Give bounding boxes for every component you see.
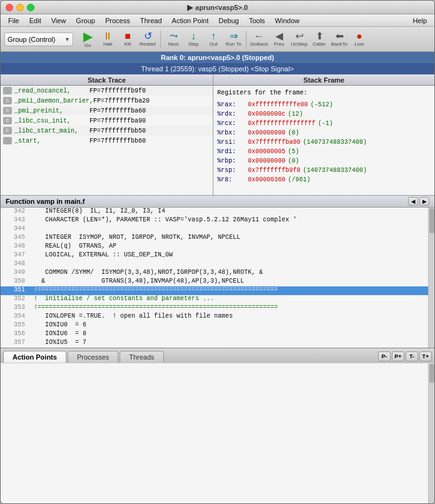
group-select-arrow: ▼ [64, 36, 70, 43]
caller-button[interactable]: ⬆ Caller [310, 31, 329, 47]
code-line: 357 IO%IU5 = 7 [1, 339, 428, 348]
title-icon: ▶ [187, 3, 193, 12]
stack-badge: c [3, 97, 12, 104]
prev-minus-button[interactable]: P- [378, 351, 391, 361]
halt-button[interactable]: ⏸ Halt [98, 31, 117, 47]
group-select[interactable]: Group (Control) ▼ [4, 33, 73, 46]
register-row: %rax: 0xfffffffffffe00 (-512) [217, 100, 431, 109]
menu-help[interactable]: Help [407, 16, 432, 26]
stack-fp: FP=7fffffffba90 [90, 118, 146, 124]
unstep-button[interactable]: ↩ UnStep [290, 31, 309, 47]
stack-badge: c [3, 117, 12, 124]
stack-fp: FP=7fffffffbb60 [90, 138, 146, 144]
stack-trace-row[interactable]: _start, FP=7fffffffbb60 [1, 136, 213, 146]
live-button[interactable]: ● Live [350, 31, 369, 47]
stack-func-name: _libc_start_main, [14, 128, 90, 134]
menu-file[interactable]: File [3, 16, 24, 26]
backto-button[interactable]: ⬅ BackTo [330, 31, 349, 47]
code-line: 342 INTEGER(8) IL, I1, I2_0, I3, I4 [1, 208, 428, 216]
menu-process[interactable]: Process [100, 16, 135, 26]
bottom-panel [1, 363, 434, 503]
main-window: ▶ aprun<vasp5>.0 File Edit View Group Pr… [0, 0, 435, 504]
register-row: %rdi: 0x00000005 (5) [217, 147, 431, 156]
stack-fp: FP=7fffffffbb50 [90, 128, 146, 134]
menu-view[interactable]: View [46, 16, 71, 26]
bottom-scrollbar[interactable] [428, 363, 434, 503]
register-row: %rdx: 0x0000000c (12) [217, 109, 431, 119]
window-title: ▶ aprun<vasp5>.0 [187, 3, 248, 12]
minimize-button[interactable] [16, 4, 24, 11]
code-panel[interactable]: 342 INTEGER(8) IL, I1, I2_0, I3, I4 343 … [1, 208, 434, 348]
stack-headers: Stack Trace Stack Frame [1, 74, 434, 86]
code-line: 350 & GTRANS(3,48),INVMAP(48),AP(3,3),NP… [1, 278, 428, 286]
menu-bar: File Edit View Group Process Thread Acti… [1, 14, 434, 27]
prev-button[interactable]: ◀ Prev [270, 31, 289, 47]
stack-fp: FP=7fffffffba60 [90, 108, 146, 114]
runto-button[interactable]: ⇒ Run To [224, 31, 243, 47]
tab-action-points[interactable]: Action Points [3, 351, 66, 363]
menu-group[interactable]: Group [71, 16, 100, 26]
tab-bar: Action Points Processes Threads P- P+ T-… [1, 348, 434, 363]
code-line: 344 [1, 225, 428, 234]
menu-window[interactable]: Window [270, 16, 304, 26]
maximize-button[interactable] [27, 4, 34, 11]
tabs-container: Action Points Processes Threads [3, 351, 165, 363]
code-scrollbar[interactable] [428, 208, 434, 348]
stack-trace-row[interactable]: c _pmii_daemon_barrier, FP=7fffffffba20 [1, 96, 213, 106]
goback-button[interactable]: ← GoBack [250, 31, 269, 47]
register-row: %rbx: 0x00000000 (0) [217, 128, 431, 138]
code-line: 355 IO%IU0 = 6 [1, 321, 428, 330]
stack-trace-row[interactable]: c _libc_csu_init, FP=7fffffffba90 [1, 116, 213, 126]
stack-func-name: _pmii_daemon_barrier, [14, 98, 93, 104]
code-line: 349 COMMON /SYMM/ ISYMOP(3,3,48),NROT,IG… [1, 269, 428, 278]
out-button[interactable]: ↑ Out [204, 31, 223, 47]
register-row: %rsp: 0x7fffffffb9f8 (140737488337400) [217, 166, 431, 175]
thread-minus-button[interactable]: T- [406, 351, 418, 361]
code-line: 356 IO%IU6 = 8 [1, 330, 428, 339]
stack-frame-header: Stack Frame [213, 74, 434, 85]
tab-threads[interactable]: Threads [120, 351, 163, 363]
stack-trace-row[interactable]: c _pmi_preinit, FP=7fffffffba60 [1, 106, 213, 116]
menu-action-point[interactable]: Action Point [167, 16, 214, 26]
function-nav-arrows: ◀ ▶ [408, 197, 429, 206]
stack-frame-panel: Registers for the frame: %rax: 0xfffffff… [213, 86, 434, 195]
function-prev-arrow[interactable]: ◀ [408, 197, 418, 206]
toolbar-sep-2 [246, 31, 247, 48]
restart-button[interactable]: ↺ Restart [138, 31, 157, 47]
code-line: 353 !===================================… [1, 304, 428, 313]
kill-button[interactable]: ■ Kill [118, 31, 137, 47]
stack-trace-header: Stack Trace [1, 74, 213, 85]
stack-fp: FP=7fffffffba20 [93, 98, 150, 104]
go-button[interactable]: ▶ Go [78, 30, 97, 48]
step-button[interactable]: ↓ Step [184, 31, 203, 47]
next-button[interactable]: ⤳ Next [164, 31, 183, 47]
function-next-arrow[interactable]: ▶ [419, 197, 429, 206]
stack-trace-row[interactable]: _read_nocancel, FP=7fffffffb9f0 [1, 86, 213, 96]
stack-badge: c [3, 127, 12, 134]
stack-fp: FP=7fffffffb9f0 [90, 88, 146, 94]
code-line: 346 REAL(q) GTRANS, AP [1, 243, 428, 251]
code-line-highlighted: 351 !===================================… [1, 286, 428, 295]
menu-thread[interactable]: Thread [135, 16, 167, 26]
register-row: %rsi: 0x7fffffffba00 (140737488337408) [217, 138, 431, 147]
toolbar-sep-1 [160, 31, 161, 48]
function-title: Function vamp in main.f [6, 198, 85, 205]
thread-bar: Thread 1 (23559): vasp5 (Stopped) <Stop … [1, 63, 434, 74]
tab-processes[interactable]: Processes [68, 351, 118, 363]
code-line: 345 INTEGER ISYMOP, NROT, IGRPOP, NROTK,… [1, 234, 428, 243]
stack-func-name: _pmi_preinit, [14, 108, 90, 114]
menu-tools[interactable]: Tools [244, 16, 270, 26]
thread-plus-button[interactable]: T+ [419, 351, 432, 361]
stack-trace-panel[interactable]: _read_nocancel, FP=7fffffffb9f0 c _pmii_… [1, 86, 213, 195]
rank-bar: Rank 0: aprun<vasp5>.0 (Stopped) [1, 52, 434, 63]
code-line: 343 CHARACTER (LEN=*), PARAMETER :: VASP… [1, 216, 428, 225]
prev-plus-button[interactable]: P+ [392, 351, 404, 361]
close-button[interactable] [6, 4, 13, 11]
menu-debug[interactable]: Debug [213, 16, 243, 26]
function-header: Function vamp in main.f ◀ ▶ [1, 195, 434, 208]
stack-trace-row[interactable]: c _libc_start_main, FP=7fffffffbb50 [1, 126, 213, 136]
stack-func-name: _libc_csu_init, [14, 118, 90, 124]
menu-edit[interactable]: Edit [24, 16, 46, 26]
code-scroll-area[interactable]: 342 INTEGER(8) IL, I1, I2_0, I3, I4 343 … [1, 208, 428, 348]
code-line: 348 [1, 260, 428, 269]
